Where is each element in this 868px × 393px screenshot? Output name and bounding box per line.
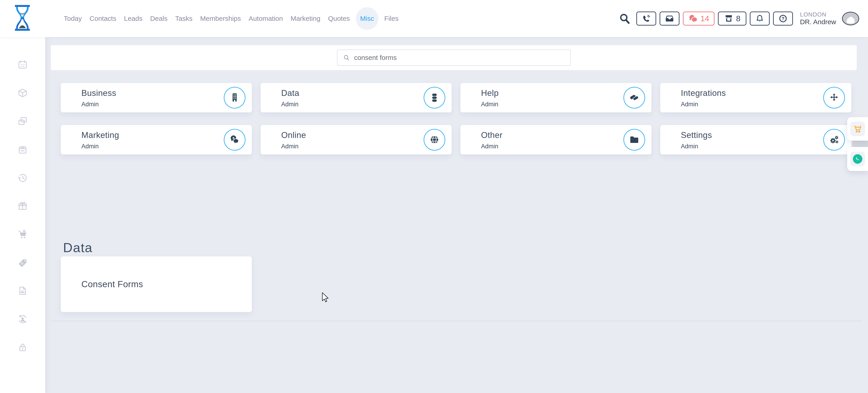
chat-messages-button[interactable]: 14 — [683, 11, 715, 26]
building-icon — [224, 87, 246, 109]
search-input[interactable] — [354, 54, 554, 62]
sidebar-item-duplicates[interactable] — [17, 116, 28, 127]
topbar: Today Contacts Leads Deals Tasks Members… — [0, 0, 868, 37]
notifications-button[interactable] — [750, 11, 770, 26]
admin-cards-grid: Business Admin Data Admin — [61, 83, 851, 154]
result-card-consent-forms[interactable]: Consent Forms — [61, 256, 252, 312]
chat-bubbles-icon — [688, 13, 698, 24]
card-title: Business — [81, 88, 116, 98]
svg-text:12: 12 — [21, 63, 25, 67]
admin-card-integrations[interactable]: Integrations Admin — [660, 83, 851, 112]
main-nav: Today Contacts Leads Deals Tasks Members… — [64, 0, 399, 37]
inbox-button[interactable] — [659, 11, 680, 26]
sidebar-item-cart-settings[interactable] — [17, 229, 28, 240]
phone-icon — [642, 14, 651, 23]
store-button[interactable]: 8 — [718, 11, 746, 26]
admin-card-data[interactable]: Data Admin — [260, 83, 452, 112]
chat-count-badge: 14 — [700, 14, 709, 23]
question-circle-icon: ? — [778, 14, 788, 23]
search-input-icon — [343, 54, 350, 61]
sidebar-item-orders[interactable] — [17, 144, 28, 155]
lock-icon — [18, 342, 28, 353]
admin-search-box[interactable] — [337, 50, 571, 66]
admin-card-online[interactable]: Online Admin — [260, 125, 452, 154]
card-subtitle: Admin — [281, 143, 299, 150]
bag-arrow-icon — [18, 144, 28, 155]
gift-icon — [18, 201, 28, 211]
nav-item-quotes[interactable]: Quotes — [328, 15, 350, 22]
sidebar-item-gift-vouchers[interactable] — [17, 201, 28, 211]
store-count-badge: 8 — [736, 14, 740, 23]
cart-button[interactable] — [850, 122, 865, 136]
nav-item-automation[interactable]: Automation — [249, 15, 283, 22]
report-icon — [18, 285, 28, 296]
cart-gear-icon — [18, 229, 28, 239]
store-icon — [724, 13, 734, 24]
card-subtitle: Admin — [681, 143, 698, 150]
handshake-icon — [623, 87, 645, 109]
nav-item-deals[interactable]: Deals — [150, 15, 167, 22]
database-icon — [424, 87, 445, 109]
nav-item-today[interactable]: Today — [64, 15, 82, 22]
price-tag-icon: $ — [18, 257, 28, 268]
location-label: LONDON — [800, 11, 836, 18]
result-label: Consent Forms — [81, 279, 143, 289]
phone-circle-icon — [853, 154, 862, 164]
card-subtitle: Admin — [81, 143, 99, 150]
admin-card-marketing[interactable]: Marketing Admin $ — [61, 125, 252, 154]
card-title: Data — [281, 88, 299, 98]
help-button[interactable]: ? — [773, 11, 793, 26]
floating-cart-widget — [847, 117, 868, 141]
admin-card-business[interactable]: Business Admin — [61, 83, 252, 112]
nav-item-contacts[interactable]: Contacts — [90, 15, 116, 22]
card-subtitle: Admin — [81, 101, 99, 108]
hourglass-logo-icon[interactable] — [14, 5, 31, 31]
card-subtitle: Admin — [681, 101, 698, 108]
admin-card-help[interactable]: Help Admin — [460, 83, 651, 112]
inbox-icon — [665, 14, 674, 23]
nav-item-misc[interactable]: Misc — [356, 7, 378, 30]
phone-calls-button[interactable] — [636, 11, 656, 26]
folder-icon — [623, 129, 645, 151]
nav-item-leads[interactable]: Leads — [124, 15, 143, 22]
right-edge-strip — [852, 140, 868, 147]
section-divider — [51, 321, 862, 321]
sidebar-item-client-sync[interactable] — [17, 314, 28, 325]
topbar-right-cluster: 14 8 — [619, 0, 860, 37]
card-title: Online — [281, 130, 306, 140]
floating-phone-widget — [847, 147, 868, 171]
card-subtitle: Admin — [481, 143, 498, 150]
user-sync-icon — [18, 314, 28, 324]
nav-item-misc-label: Misc — [360, 15, 374, 22]
svg-text:?: ? — [782, 16, 784, 21]
sidebar-item-history[interactable] — [17, 172, 28, 183]
card-title: Marketing — [81, 130, 119, 140]
sidebar-item-pricing[interactable]: $ — [17, 257, 28, 268]
sidebar-item-calendar[interactable]: 12 — [17, 59, 28, 70]
card-title: Other — [481, 130, 502, 140]
copy-icon — [18, 116, 28, 126]
card-title: Help — [481, 88, 499, 98]
history-icon — [18, 173, 28, 183]
user-name-label: DR. Andrew — [800, 18, 836, 26]
shopping-cart-icon — [853, 124, 862, 133]
card-subtitle: Admin — [281, 101, 299, 108]
user-block[interactable]: LONDON DR. Andrew — [800, 11, 836, 26]
gears-icon — [823, 129, 845, 151]
globe-icon — [424, 129, 445, 151]
sidebar-item-security[interactable] — [17, 342, 28, 353]
search-icon[interactable] — [619, 13, 631, 24]
nav-item-tasks[interactable]: Tasks — [175, 15, 193, 22]
calendar-icon: 12 — [18, 59, 28, 70]
nav-item-files[interactable]: Files — [384, 15, 399, 22]
sidebar-item-reports[interactable] — [17, 285, 28, 296]
arrows-move-icon — [823, 87, 845, 109]
sidebar-item-products[interactable] — [17, 88, 28, 98]
avatar[interactable] — [842, 11, 860, 26]
nav-item-marketing[interactable]: Marketing — [290, 15, 320, 22]
admin-card-other[interactable]: Other Admin — [460, 125, 651, 154]
admin-card-settings[interactable]: Settings Admin — [660, 125, 851, 154]
nav-item-memberships[interactable]: Memberships — [200, 15, 241, 22]
search-band — [51, 45, 857, 70]
call-button[interactable] — [850, 152, 865, 166]
